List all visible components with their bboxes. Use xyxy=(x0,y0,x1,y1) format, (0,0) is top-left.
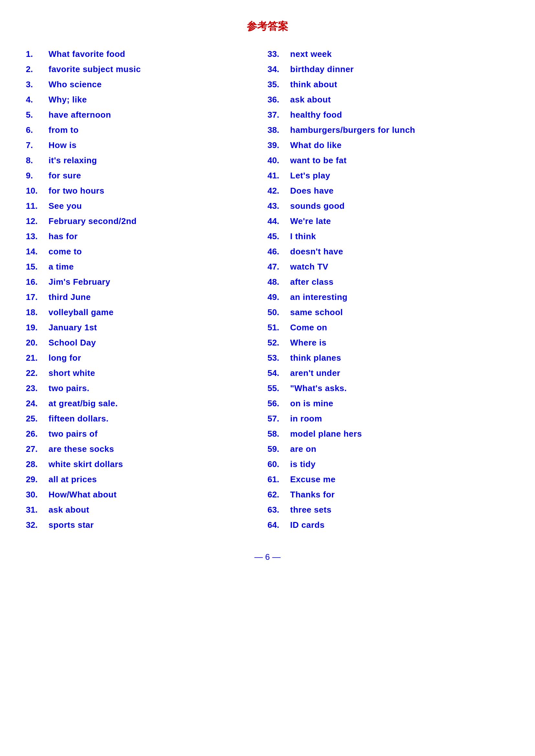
answer-text: are on xyxy=(290,444,316,454)
answer-number: 41. xyxy=(268,171,290,181)
answer-text: hamburgers/burgers for lunch xyxy=(290,125,415,135)
answer-number: 60. xyxy=(268,459,290,469)
answer-number: 50. xyxy=(268,308,290,317)
list-item: 5.have afternoon xyxy=(26,107,268,122)
list-item: 46.doesn't have xyxy=(268,244,509,259)
answer-text: next week xyxy=(290,49,332,59)
answer-text: Who science xyxy=(48,79,101,90)
answer-number: 64. xyxy=(268,520,290,530)
answer-number: 28. xyxy=(26,459,48,469)
answer-text: for sure xyxy=(48,171,81,181)
answer-number: 39. xyxy=(268,140,290,150)
answer-text: favorite subject music xyxy=(48,64,141,74)
answer-number: 52. xyxy=(268,338,290,348)
answer-text: I think xyxy=(290,231,316,241)
list-item: 35.think about xyxy=(268,77,509,92)
answer-text: Come on xyxy=(290,323,327,333)
answer-text: a time xyxy=(48,262,74,272)
list-item: 51.Come on xyxy=(268,320,509,335)
answer-text: at great/big sale. xyxy=(48,398,118,409)
answer-text: ask about xyxy=(290,95,331,105)
list-item: 10.for two hours xyxy=(26,183,268,199)
answer-text: want to be fat xyxy=(290,155,347,166)
answer-text: after class xyxy=(290,277,333,287)
answer-text: February second/2nd xyxy=(48,216,136,226)
answer-number: 38. xyxy=(268,125,290,135)
answer-text: from to xyxy=(48,125,79,135)
answer-text: volleyball game xyxy=(48,308,114,317)
list-item: 53.think planes xyxy=(268,350,509,365)
answers-grid: 1.What favorite food2.favorite subject m… xyxy=(26,46,509,533)
answer-number: 18. xyxy=(26,308,48,317)
answer-text: same school xyxy=(290,308,343,317)
answer-number: 55. xyxy=(268,383,290,393)
answer-number: 35. xyxy=(268,79,290,90)
answer-number: 1. xyxy=(26,49,48,59)
answer-number: 21. xyxy=(26,353,48,363)
answer-text: Thanks for xyxy=(290,490,335,500)
answer-text: aren't under xyxy=(290,368,340,378)
list-item: 38.hamburgers/burgers for lunch xyxy=(268,122,509,138)
answer-number: 26. xyxy=(26,429,48,439)
list-item: 24.at great/big sale. xyxy=(26,396,268,411)
answer-text: How/What about xyxy=(48,490,117,500)
list-item: 20.School Day xyxy=(26,335,268,350)
answer-number: 3. xyxy=(26,79,48,90)
answer-number: 19. xyxy=(26,323,48,333)
answer-number: 16. xyxy=(26,277,48,287)
list-item: 28.white skirt dollars xyxy=(26,457,268,472)
answer-number: 22. xyxy=(26,368,48,378)
list-item: 29.all at prices xyxy=(26,472,268,487)
list-item: 23.two pairs. xyxy=(26,381,268,396)
list-item: 19.January 1st xyxy=(26,320,268,335)
page-footer: — 6 — xyxy=(26,552,509,562)
list-item: 12.February second/2nd xyxy=(26,214,268,229)
answer-text: for two hours xyxy=(48,186,104,196)
answer-text: think about xyxy=(290,79,337,90)
list-item: 33.next week xyxy=(268,46,509,62)
answer-number: 44. xyxy=(268,216,290,226)
answer-text: all at prices xyxy=(48,474,97,484)
answer-number: 56. xyxy=(268,398,290,409)
answer-number: 59. xyxy=(268,444,290,454)
answer-number: 40. xyxy=(268,155,290,166)
list-item: 30.How/What about xyxy=(26,487,268,502)
answer-number: 58. xyxy=(268,429,290,439)
answer-number: 37. xyxy=(268,110,290,120)
list-item: 21.long for xyxy=(26,350,268,365)
answer-number: 54. xyxy=(268,368,290,378)
answer-number: 53. xyxy=(268,353,290,363)
list-item: 64.ID cards xyxy=(268,518,509,533)
answer-text: have afternoon xyxy=(48,110,111,120)
answer-number: 34. xyxy=(268,64,290,74)
answer-number: 46. xyxy=(268,247,290,256)
list-item: 49.an interesting xyxy=(268,290,509,305)
list-item: 50.same school xyxy=(268,305,509,320)
answer-number: 57. xyxy=(268,414,290,424)
answer-number: 13. xyxy=(26,231,48,241)
list-item: 15.a time xyxy=(26,259,268,274)
list-item: 55."What's asks. xyxy=(268,381,509,396)
list-item: 59.are on xyxy=(268,442,509,457)
answer-number: 20. xyxy=(26,338,48,348)
list-item: 22.short white xyxy=(26,365,268,381)
answer-number: 63. xyxy=(268,505,290,515)
list-item: 9.for sure xyxy=(26,168,268,183)
answer-number: 27. xyxy=(26,444,48,454)
answer-text: white skirt dollars xyxy=(48,459,123,469)
answer-number: 24. xyxy=(26,398,48,409)
answer-number: 47. xyxy=(268,262,290,272)
answer-text: School Day xyxy=(48,338,96,348)
answer-text: doesn't have xyxy=(290,247,343,256)
answer-number: 15. xyxy=(26,262,48,272)
answer-number: 33. xyxy=(268,49,290,59)
answer-text: Where is xyxy=(290,338,326,348)
answer-number: 10. xyxy=(26,186,48,196)
answer-number: 4. xyxy=(26,95,48,105)
list-item: 14.come to xyxy=(26,244,268,259)
answer-text: What do like xyxy=(290,140,342,150)
list-item: 32.sports star xyxy=(26,518,268,533)
answer-number: 14. xyxy=(26,247,48,256)
list-item: 62.Thanks for xyxy=(268,487,509,502)
answer-number: 49. xyxy=(268,292,290,302)
